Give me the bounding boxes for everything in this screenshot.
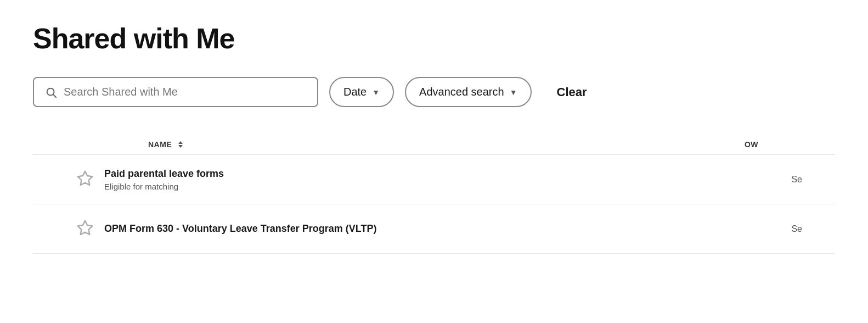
svg-marker-4 — [78, 171, 93, 185]
svg-marker-5 — [78, 220, 93, 234]
svg-marker-3 — [178, 145, 183, 148]
table-row: OPM Form 630 - Voluntary Leave Transfer … — [33, 204, 835, 254]
row-content: Paid parental leave forms Eligible for m… — [104, 168, 736, 191]
page-container: Shared with Me Date ▼ Advanced search ▼ … — [0, 0, 868, 254]
name-column-header: NAME — [148, 140, 692, 149]
search-box — [33, 77, 318, 107]
owner-column-header: OW — [692, 140, 758, 149]
sort-icon[interactable] — [176, 140, 185, 149]
row-content: OPM Form 630 - Voluntary Leave Transfer … — [104, 223, 736, 235]
date-filter-label: Date — [343, 86, 367, 98]
row-subtitle: Eligible for matching — [104, 182, 736, 191]
table-header: NAME OW — [33, 135, 835, 155]
date-chevron-icon: ▼ — [372, 88, 380, 97]
date-filter-button[interactable]: Date ▼ — [329, 77, 394, 107]
star-cell — [66, 170, 104, 190]
search-input[interactable] — [64, 86, 306, 98]
advanced-search-label: Advanced search — [419, 86, 504, 98]
search-icon — [45, 86, 57, 98]
svg-marker-2 — [178, 141, 183, 144]
svg-line-1 — [53, 94, 56, 97]
toolbar: Date ▼ Advanced search ▼ Clear — [33, 77, 835, 107]
advanced-search-button[interactable]: Advanced search ▼ — [405, 77, 531, 107]
table-section: NAME OW Paid parental l — [33, 135, 835, 254]
name-column-label: NAME — [148, 140, 172, 149]
advanced-chevron-icon: ▼ — [510, 88, 517, 97]
star-icon[interactable] — [76, 219, 94, 239]
row-title: Paid parental leave forms — [104, 168, 736, 180]
table-row: Paid parental leave forms Eligible for m… — [33, 155, 835, 204]
star-icon[interactable] — [76, 170, 94, 190]
row-title: OPM Form 630 - Voluntary Leave Transfer … — [104, 223, 736, 235]
star-cell — [66, 219, 104, 239]
page-title: Shared with Me — [33, 22, 835, 55]
row-owner: Se — [736, 175, 802, 185]
clear-button[interactable]: Clear — [548, 80, 596, 105]
row-owner: Se — [736, 224, 802, 234]
